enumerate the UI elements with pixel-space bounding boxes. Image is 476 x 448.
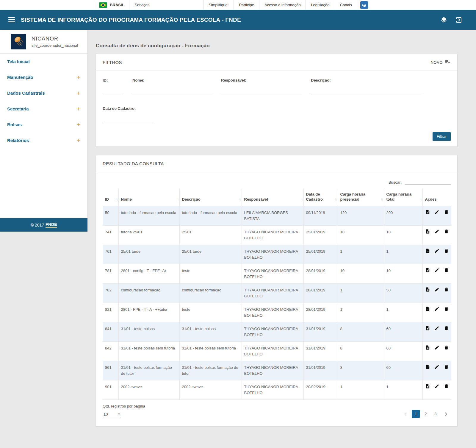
column-header-descricao[interactable]: Descrição↑↓ [179, 189, 242, 206]
cell-descricao: 2002 ewave [179, 380, 242, 400]
next-page-icon[interactable] [441, 411, 451, 417]
column-header-id[interactable]: ID↑↓ [103, 189, 118, 206]
gov-link-legislacao[interactable]: Legislação [306, 0, 334, 10]
copyright-text: © 2017 [31, 223, 44, 227]
delete-icon[interactable] [444, 384, 449, 389]
sidebar-item-bolsas[interactable]: Bolsas + [0, 117, 87, 132]
edit-icon[interactable] [434, 326, 439, 331]
sidebar-item-manutencao[interactable]: Manutenção + [0, 69, 87, 85]
logout-icon[interactable] [455, 16, 462, 24]
table-row: 782 configuração formação configuração f… [103, 284, 451, 303]
cell-carga-presencial: 10 [338, 226, 384, 245]
brazil-flag-icon [99, 2, 107, 8]
gov-link-canais[interactable]: Canais [335, 0, 357, 10]
delete-icon[interactable] [444, 364, 449, 369]
nome-filter-input[interactable] [132, 84, 212, 95]
cell-responsavel: THYAGO NICANOR MOREIRA BOTELHO [242, 342, 303, 361]
column-header-nome[interactable]: Nome↑↓ [118, 189, 179, 206]
edit-icon[interactable] [434, 229, 439, 234]
sidebar-item-tela-inicial[interactable]: Tela Inicial [0, 54, 87, 69]
table-row: 50 tutoriado - formacao pela escola tuto… [103, 206, 451, 226]
gov-link-servicos[interactable]: Serviços [129, 0, 154, 10]
gov-link-participe[interactable]: Participe [234, 0, 259, 10]
sidebar-item-dados-cadastrais[interactable]: Dados Cadastrais + [0, 85, 87, 101]
cell-id: 50 [103, 206, 118, 226]
delete-icon[interactable] [444, 306, 449, 311]
view-document-icon[interactable] [425, 268, 430, 273]
delete-icon[interactable] [444, 268, 449, 273]
delete-icon[interactable] [444, 210, 449, 215]
table-row: 841 31/01 - teste bolsas 31/01 - teste b… [103, 322, 451, 342]
edit-icon[interactable] [434, 364, 439, 369]
playlist-add-icon [445, 59, 451, 66]
fnde-link[interactable]: FNDE [46, 222, 57, 228]
edit-icon[interactable] [434, 248, 439, 253]
descricao-filter-input[interactable] [311, 84, 422, 95]
vlibras-accessibility-icon[interactable] [357, 0, 371, 10]
edit-icon[interactable] [434, 287, 439, 292]
user-panel: NICANOR sife_coordenador_nacional [0, 30, 87, 54]
cell-descricao: teste [179, 303, 242, 322]
sidebar-item-secretaria[interactable]: Secretaria + [0, 101, 87, 117]
table-row: 761 25/01 tarde 25/01 tarde THYAGO NICAN… [103, 245, 451, 264]
hamburger-menu-icon[interactable] [8, 17, 15, 22]
previous-page-icon[interactable] [400, 411, 410, 417]
column-header-responsavel[interactable]: Responsável↑↓ [242, 189, 303, 206]
gov-link-simplifique[interactable]: Simplifique! [203, 0, 234, 10]
view-document-icon[interactable] [425, 306, 430, 311]
view-document-icon[interactable] [425, 364, 430, 369]
app-header: SISTEMA DE INFORMAÇÃO DO PROGRAMA FORMAÇ… [0, 10, 476, 30]
novo-button[interactable]: NOVO [431, 59, 451, 66]
sort-icon: ↑↓ [419, 197, 422, 202]
responsavel-filter-input[interactable] [221, 84, 302, 95]
per-page-select[interactable]: 10 ▼ [103, 411, 121, 418]
delete-icon[interactable] [444, 287, 449, 292]
delete-icon[interactable] [444, 248, 449, 253]
id-filter-label: ID: [103, 78, 123, 82]
cell-responsavel: LEILA MARCIA BORGES BATISTA [242, 206, 303, 226]
view-document-icon[interactable] [425, 248, 430, 253]
cell-actions [422, 245, 451, 264]
search-input[interactable] [405, 178, 451, 185]
sidebar-item-relatorios[interactable]: Relatórios + [0, 132, 87, 148]
page-button-3[interactable]: 3 [431, 410, 439, 418]
gov-brand-link[interactable]: BRASIL [94, 0, 129, 10]
cell-descricao: tutoriado - formacao pela escola [179, 206, 242, 226]
cell-actions [422, 284, 451, 303]
column-header-carga-presencial[interactable]: Carga horária presencial↑↓ [338, 189, 384, 206]
edit-icon[interactable] [434, 384, 439, 389]
delete-icon[interactable] [444, 345, 449, 350]
delete-icon[interactable] [444, 326, 449, 331]
data-cadastro-filter-input[interactable] [103, 113, 153, 123]
cell-carga-total: 10 [384, 264, 422, 284]
edit-icon[interactable] [434, 210, 439, 215]
column-header-acoes: Ações [422, 189, 451, 206]
filtrar-button[interactable]: Filtrar [433, 132, 451, 141]
cell-id: 861 [103, 361, 118, 380]
cell-carga-total: 60 [384, 322, 422, 342]
view-document-icon[interactable] [425, 326, 430, 331]
cell-nome: tutoriado - formacao pela escola [118, 206, 179, 226]
gov-link-acesso-informacao[interactable]: Acesso à informação [259, 0, 306, 10]
view-document-icon[interactable] [425, 287, 430, 292]
view-document-icon[interactable] [425, 384, 430, 389]
table-header-row: ID↑↓ Nome↑↓ Descrição↑↓ Responsável↑↓ Da… [103, 189, 451, 206]
edit-icon[interactable] [434, 345, 439, 350]
edit-icon[interactable] [434, 306, 439, 311]
layers-icon[interactable] [440, 16, 447, 24]
edit-icon[interactable] [434, 268, 439, 273]
id-filter-input[interactable] [103, 84, 123, 95]
view-document-icon[interactable] [425, 345, 430, 350]
cell-id: 901 [103, 380, 118, 400]
cell-carga-presencial: 1 [338, 245, 384, 264]
column-header-data-cadastro[interactable]: Data de Cadastro↑↓ [303, 189, 338, 206]
view-document-icon[interactable] [425, 229, 430, 234]
page-button-1[interactable]: 1 [412, 410, 420, 418]
column-header-carga-total[interactable]: Carga horária total↑↓ [384, 189, 422, 206]
cell-data-cadastro: 25/01/2019 [303, 245, 338, 264]
delete-icon[interactable] [444, 229, 449, 234]
page-title: Consulta de itens de configuração - Form… [96, 43, 458, 49]
page-button-2[interactable]: 2 [422, 410, 430, 418]
view-document-icon[interactable] [425, 210, 430, 215]
avatar [11, 34, 26, 49]
